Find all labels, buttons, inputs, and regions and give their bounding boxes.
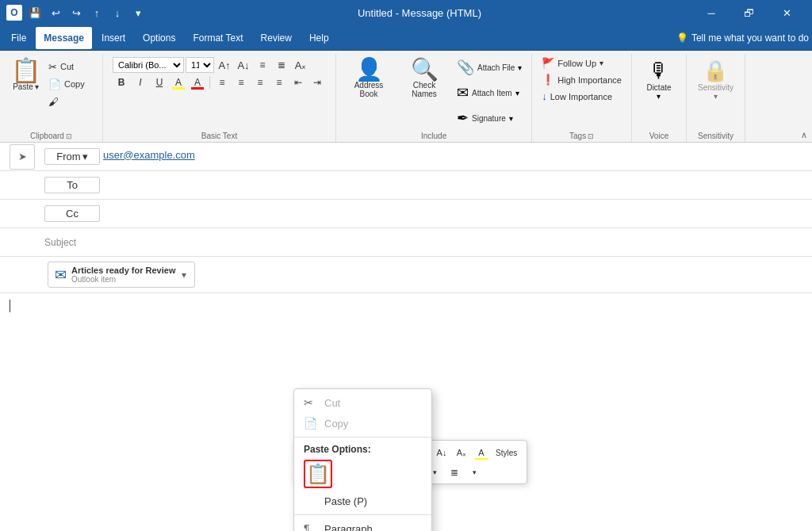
include-content: 👤 Address Book 🔍 Check Names 📎 Attach Fi… — [343, 55, 525, 130]
ribbon-group-voice: 🎙 Dictate ▾ Voice — [632, 54, 687, 142]
check-names-label: Check Names — [404, 81, 444, 98]
copy-button[interactable]: 📄 Copy — [48, 76, 96, 92]
dictate-dropdown[interactable]: ▾ — [657, 92, 661, 101]
close-btn[interactable]: ✕ — [769, 0, 806, 25]
mini-shrink-btn[interactable]: A↓ — [433, 445, 450, 460]
cc-input[interactable] — [100, 203, 806, 225]
signature-button[interactable]: ✒ Signature ▾ — [454, 106, 525, 130]
window-title: Untitled - Message (HTML) — [358, 7, 481, 19]
app-icon: O — [6, 5, 22, 21]
dictate-label: Dictate — [646, 83, 671, 92]
check-names-icon: 🔍 — [411, 59, 439, 81]
attach-item-icon: ✉ — [457, 84, 469, 101]
mini-clear-btn[interactable]: Aₓ — [453, 445, 470, 460]
clear-format-btn[interactable]: Aₓ — [292, 57, 309, 73]
attach-file-dropdown[interactable]: ▾ — [518, 63, 522, 72]
menu-message[interactable]: Message — [36, 27, 92, 49]
paste-button[interactable]: 📋 Paste▾ — [6, 55, 45, 94]
menu-options[interactable]: Options — [135, 27, 183, 49]
attachment-dropdown-icon[interactable]: ▾ — [180, 268, 188, 282]
bullet-list-btn[interactable]: ≡ — [254, 57, 271, 73]
menu-file[interactable]: File — [3, 27, 34, 49]
signature-dropdown[interactable]: ▾ — [509, 114, 513, 123]
mini-numbered-btn[interactable]: ≣ — [446, 464, 463, 480]
align-left-btn[interactable]: ≡ — [213, 74, 231, 90]
mini-highlight-btn[interactable]: A — [473, 445, 490, 460]
customize-btn[interactable]: ▾ — [130, 5, 146, 21]
follow-up-dropdown[interactable]: ▾ — [599, 59, 603, 67]
attach-item-dropdown[interactable]: ▾ — [515, 89, 519, 97]
to-button[interactable]: To — [44, 177, 100, 193]
mini-numbered-dropdown[interactable]: ▾ — [465, 464, 483, 480]
undo2-btn[interactable]: ↑ — [89, 5, 105, 21]
ctx-paragraph[interactable]: ¶ Paragraph... — [294, 518, 431, 531]
high-importance-button[interactable]: ❗ High Importance — [538, 72, 625, 87]
minimize-btn[interactable]: ─ — [693, 0, 730, 25]
attach-file-button[interactable]: 📎 Attach File ▾ — [454, 55, 525, 79]
highlight-btn[interactable]: A — [170, 74, 187, 90]
size-select[interactable]: 11 — [186, 57, 214, 73]
clipboard-expand-icon[interactable]: ⊡ — [66, 132, 72, 140]
format-painter-button[interactable]: 🖌 — [48, 94, 96, 109]
menu-bar: File Message Insert Options Format Text … — [0, 25, 812, 51]
menu-search-text[interactable]: Tell me what you want to do — [691, 32, 809, 44]
cc-button[interactable]: Cc — [44, 205, 100, 222]
cut-button[interactable]: ✂ Cut — [48, 59, 96, 74]
menu-insert[interactable]: Insert — [94, 27, 133, 49]
menu-format-text[interactable]: Format Text — [185, 27, 251, 49]
ctx-paste-btn[interactable]: 📋 — [304, 460, 332, 488]
ctx-copy-icon: 📄 — [304, 417, 318, 430]
italic-btn[interactable]: I — [132, 74, 149, 90]
decrease-font-btn[interactable]: A↓ — [235, 57, 252, 73]
indent-decrease-btn[interactable]: ⇤ — [289, 74, 307, 90]
attachment-name: Articles ready for Review — [71, 266, 175, 275]
ctx-paste-text[interactable]: Paste (P) — [294, 491, 431, 511]
from-button[interactable]: From ▾ — [44, 148, 100, 165]
underline-btn[interactable]: U — [151, 74, 168, 90]
text-formatting: Calibri (Bo... 11 A↑ A↓ ≡ ≣ Aₓ B I U — [109, 55, 329, 92]
to-input[interactable] — [100, 174, 806, 197]
follow-up-button[interactable]: 🚩 Follow Up ▾ — [538, 55, 625, 71]
indent-increase-btn[interactable]: ⇥ — [308, 74, 326, 90]
follow-up-icon: 🚩 — [542, 57, 554, 69]
bold-btn[interactable]: B — [113, 74, 130, 90]
compose-body[interactable]: ✂ Cut 📄 Copy Paste Options: 📋 Paste (P) … — [0, 293, 812, 531]
tags-column: 🚩 Follow Up ▾ ❗ High Importance ↓ Low Im… — [538, 55, 625, 104]
numbered-list-btn[interactable]: ≣ — [273, 57, 290, 73]
from-value: user@example.com — [100, 146, 806, 168]
dictate-button[interactable]: 🎙 Dictate ▾ — [638, 55, 680, 104]
ribbon-group-include: 👤 Address Book 🔍 Check Names 📎 Attach Fi… — [336, 54, 532, 142]
send-button[interactable]: ➤ — [10, 144, 35, 170]
sensitivity-button[interactable]: 🔒 Sensitivity ▾ — [693, 55, 738, 104]
basic-text-label: Basic Text — [109, 130, 329, 142]
menu-review[interactable]: Review — [253, 27, 300, 49]
redo-btn[interactable]: ↪ — [68, 5, 84, 21]
attach-item-button[interactable]: ✉ Attach Item ▾ — [454, 81, 525, 105]
high-importance-label: High Importance — [557, 75, 622, 85]
font-color-btn[interactable]: A — [189, 74, 206, 90]
justify-btn[interactable]: ≡ — [270, 74, 288, 90]
separator1 — [209, 76, 210, 89]
mini-styles-btn[interactable]: Styles — [492, 445, 520, 460]
low-importance-button[interactable]: ↓ Low Importance — [538, 89, 625, 104]
menu-help[interactable]: Help — [301, 27, 337, 49]
redo2-btn[interactable]: ↓ — [109, 5, 125, 21]
align-center-btn[interactable]: ≡ — [232, 74, 250, 90]
tags-expand-icon[interactable]: ⊡ — [588, 132, 594, 140]
address-book-button[interactable]: 👤 Address Book — [343, 55, 395, 101]
ribbon-collapse-btn[interactable]: ∧ — [796, 128, 812, 142]
sensitivity-dropdown[interactable]: ▾ — [714, 92, 718, 101]
attachment-item[interactable]: ✉ Articles ready for Review Outlook item… — [48, 262, 195, 288]
restore-btn[interactable]: 🗗 — [731, 0, 768, 25]
ribbon-group-sensitivity: 🔒 Sensitivity ▾ Sensitivity — [687, 54, 745, 142]
font-select[interactable]: Calibri (Bo... — [113, 57, 184, 73]
align-right-btn[interactable]: ≡ — [251, 74, 269, 90]
increase-font-btn[interactable]: A↑ — [216, 57, 233, 73]
include-label: Include — [343, 130, 525, 142]
undo-btn[interactable]: ↩ — [48, 5, 63, 21]
style-row: B I U A A ≡ ≡ ≡ ≡ ⇤ ⇥ — [113, 74, 326, 90]
attach-file-label: Attach File — [477, 63, 515, 72]
subject-input[interactable] — [100, 231, 806, 254]
save-btn[interactable]: 💾 — [27, 5, 43, 21]
check-names-button[interactable]: 🔍 Check Names — [398, 55, 450, 101]
